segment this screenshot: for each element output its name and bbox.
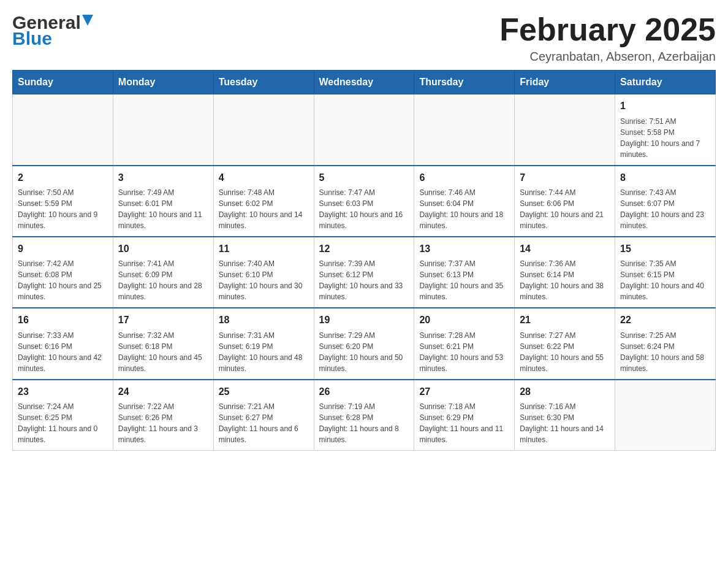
day-info: Sunrise: 7:44 AMSunset: 6:06 PMDaylight:… — [520, 187, 610, 231]
day-number: 27 — [419, 385, 509, 399]
day-info: Sunrise: 7:19 AMSunset: 6:28 PMDaylight:… — [319, 401, 409, 445]
calendar-cell — [615, 380, 716, 451]
calendar-week-row: 9Sunrise: 7:42 AMSunset: 6:08 PMDaylight… — [13, 237, 716, 308]
day-number: 9 — [18, 242, 108, 256]
day-number: 19 — [319, 313, 409, 327]
logo-blue: Blue — [12, 28, 52, 49]
calendar-cell — [414, 94, 515, 166]
calendar-cell: 26Sunrise: 7:19 AMSunset: 6:28 PMDayligh… — [314, 380, 414, 451]
calendar-header-saturday: Saturday — [615, 71, 716, 94]
calendar-cell — [515, 94, 615, 166]
calendar-cell: 8Sunrise: 7:43 AMSunset: 6:07 PMDaylight… — [615, 166, 716, 237]
calendar-week-row: 1Sunrise: 7:51 AMSunset: 5:58 PMDaylight… — [13, 94, 716, 166]
day-number: 17 — [118, 313, 208, 327]
calendar-header-tuesday: Tuesday — [213, 71, 314, 94]
day-info: Sunrise: 7:51 AMSunset: 5:58 PMDaylight:… — [620, 116, 710, 160]
calendar-week-row: 16Sunrise: 7:33 AMSunset: 6:16 PMDayligh… — [13, 308, 716, 379]
day-number: 22 — [620, 313, 710, 327]
calendar-cell: 22Sunrise: 7:25 AMSunset: 6:24 PMDayligh… — [615, 308, 716, 379]
day-number: 7 — [520, 171, 610, 185]
calendar-cell: 24Sunrise: 7:22 AMSunset: 6:26 PMDayligh… — [113, 380, 213, 451]
day-info: Sunrise: 7:47 AMSunset: 6:03 PMDaylight:… — [319, 187, 409, 231]
day-info: Sunrise: 7:37 AMSunset: 6:13 PMDaylight:… — [419, 258, 509, 302]
calendar-header-friday: Friday — [515, 71, 615, 94]
day-number: 28 — [520, 385, 610, 399]
calendar-cell: 13Sunrise: 7:37 AMSunset: 6:13 PMDayligh… — [414, 237, 515, 308]
day-number: 12 — [319, 242, 409, 256]
page-header: General Blue February 2025 Ceyranbatan, … — [12, 12, 716, 64]
day-number: 26 — [319, 385, 409, 399]
day-info: Sunrise: 7:22 AMSunset: 6:26 PMDaylight:… — [118, 401, 208, 445]
day-info: Sunrise: 7:50 AMSunset: 5:59 PMDaylight:… — [18, 187, 108, 231]
day-info: Sunrise: 7:35 AMSunset: 6:15 PMDaylight:… — [620, 258, 710, 302]
logo: General Blue — [12, 12, 93, 49]
calendar-cell: 9Sunrise: 7:42 AMSunset: 6:08 PMDaylight… — [13, 237, 113, 308]
day-number: 4 — [219, 171, 309, 185]
day-info: Sunrise: 7:48 AMSunset: 6:02 PMDaylight:… — [219, 187, 309, 231]
calendar-cell — [13, 94, 113, 166]
calendar-header-row: SundayMondayTuesdayWednesdayThursdayFrid… — [13, 71, 716, 94]
calendar-week-row: 23Sunrise: 7:24 AMSunset: 6:25 PMDayligh… — [13, 380, 716, 451]
day-number: 25 — [219, 385, 309, 399]
calendar-header-sunday: Sunday — [13, 71, 113, 94]
day-info: Sunrise: 7:25 AMSunset: 6:24 PMDaylight:… — [620, 330, 710, 374]
calendar-cell: 14Sunrise: 7:36 AMSunset: 6:14 PMDayligh… — [515, 237, 615, 308]
calendar-cell: 11Sunrise: 7:40 AMSunset: 6:10 PMDayligh… — [213, 237, 314, 308]
day-number: 13 — [419, 242, 509, 256]
calendar-cell: 1Sunrise: 7:51 AMSunset: 5:58 PMDaylight… — [615, 94, 716, 166]
location-subtitle: Ceyranbatan, Abseron, Azerbaijan — [499, 50, 716, 64]
day-number: 10 — [118, 242, 208, 256]
day-number: 8 — [620, 171, 710, 185]
day-number: 23 — [18, 385, 108, 399]
calendar-cell: 5Sunrise: 7:47 AMSunset: 6:03 PMDaylight… — [314, 166, 414, 237]
calendar-week-row: 2Sunrise: 7:50 AMSunset: 5:59 PMDaylight… — [13, 166, 716, 237]
calendar-table: SundayMondayTuesdayWednesdayThursdayFrid… — [12, 70, 716, 451]
day-number: 2 — [18, 171, 108, 185]
calendar-cell: 6Sunrise: 7:46 AMSunset: 6:04 PMDaylight… — [414, 166, 515, 237]
day-info: Sunrise: 7:43 AMSunset: 6:07 PMDaylight:… — [620, 187, 710, 231]
calendar-cell: 10Sunrise: 7:41 AMSunset: 6:09 PMDayligh… — [113, 237, 213, 308]
calendar-cell — [213, 94, 314, 166]
day-info: Sunrise: 7:29 AMSunset: 6:20 PMDaylight:… — [319, 330, 409, 374]
day-info: Sunrise: 7:21 AMSunset: 6:27 PMDaylight:… — [219, 401, 309, 445]
day-info: Sunrise: 7:36 AMSunset: 6:14 PMDaylight:… — [520, 258, 610, 302]
calendar-header-thursday: Thursday — [414, 71, 515, 94]
day-number: 21 — [520, 313, 610, 327]
calendar-cell: 7Sunrise: 7:44 AMSunset: 6:06 PMDaylight… — [515, 166, 615, 237]
calendar-cell: 20Sunrise: 7:28 AMSunset: 6:21 PMDayligh… — [414, 308, 515, 379]
calendar-cell: 2Sunrise: 7:50 AMSunset: 5:59 PMDaylight… — [13, 166, 113, 237]
calendar-cell: 28Sunrise: 7:16 AMSunset: 6:30 PMDayligh… — [515, 380, 615, 451]
day-info: Sunrise: 7:28 AMSunset: 6:21 PMDaylight:… — [419, 330, 509, 374]
day-number: 16 — [18, 313, 108, 327]
day-info: Sunrise: 7:41 AMSunset: 6:09 PMDaylight:… — [118, 258, 208, 302]
calendar-cell: 25Sunrise: 7:21 AMSunset: 6:27 PMDayligh… — [213, 380, 314, 451]
calendar-header-monday: Monday — [113, 71, 213, 94]
day-info: Sunrise: 7:32 AMSunset: 6:18 PMDaylight:… — [118, 330, 208, 374]
day-number: 3 — [118, 171, 208, 185]
calendar-cell: 19Sunrise: 7:29 AMSunset: 6:20 PMDayligh… — [314, 308, 414, 379]
calendar-cell: 15Sunrise: 7:35 AMSunset: 6:15 PMDayligh… — [615, 237, 716, 308]
logo-triangle-icon — [82, 15, 93, 26]
calendar-cell: 12Sunrise: 7:39 AMSunset: 6:12 PMDayligh… — [314, 237, 414, 308]
calendar-cell: 21Sunrise: 7:27 AMSunset: 6:22 PMDayligh… — [515, 308, 615, 379]
calendar-cell: 23Sunrise: 7:24 AMSunset: 6:25 PMDayligh… — [13, 380, 113, 451]
day-number: 5 — [319, 171, 409, 185]
calendar-header-wednesday: Wednesday — [314, 71, 414, 94]
day-info: Sunrise: 7:40 AMSunset: 6:10 PMDaylight:… — [219, 258, 309, 302]
day-number: 18 — [219, 313, 309, 327]
day-number: 6 — [419, 171, 509, 185]
day-number: 24 — [118, 385, 208, 399]
month-title: February 2025 — [499, 12, 716, 47]
calendar-cell: 18Sunrise: 7:31 AMSunset: 6:19 PMDayligh… — [213, 308, 314, 379]
day-info: Sunrise: 7:24 AMSunset: 6:25 PMDaylight:… — [18, 401, 108, 445]
day-info: Sunrise: 7:18 AMSunset: 6:29 PMDaylight:… — [419, 401, 509, 445]
calendar-cell: 27Sunrise: 7:18 AMSunset: 6:29 PMDayligh… — [414, 380, 515, 451]
day-info: Sunrise: 7:33 AMSunset: 6:16 PMDaylight:… — [18, 330, 108, 374]
day-info: Sunrise: 7:42 AMSunset: 6:08 PMDaylight:… — [18, 258, 108, 302]
calendar-cell — [113, 94, 213, 166]
title-block: February 2025 Ceyranbatan, Abseron, Azer… — [499, 12, 716, 64]
day-number: 11 — [219, 242, 309, 256]
day-number: 14 — [520, 242, 610, 256]
calendar-cell: 3Sunrise: 7:49 AMSunset: 6:01 PMDaylight… — [113, 166, 213, 237]
calendar-cell — [314, 94, 414, 166]
